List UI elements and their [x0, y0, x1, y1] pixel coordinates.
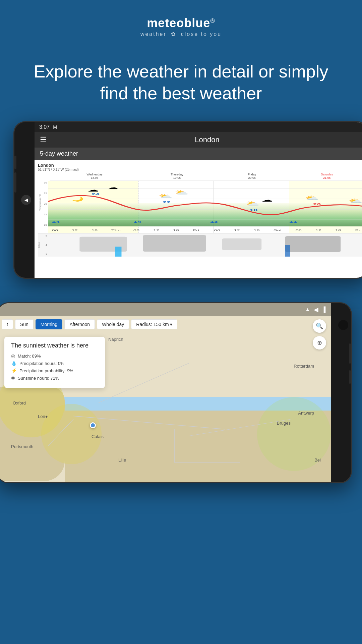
- svg-text:⛅: ⛅: [175, 189, 189, 196]
- phone-1-screen: 3:07 M ☰ London 5-day weather London 51.…: [35, 122, 362, 278]
- radius-button[interactable]: Radius: 150 km ▾: [131, 319, 177, 329]
- info-card: The sunniest weather is here ◎ Match: 89…: [4, 337, 105, 388]
- svg-text:⛅: ⛅: [246, 201, 260, 207]
- tab-t[interactable]: t: [2, 319, 13, 329]
- phone-2: Oxford Lon● Rotterdam Bruges Antwerp Por…: [0, 302, 352, 483]
- status-time: 3:07: [39, 124, 50, 130]
- svg-text:Su: Su: [355, 229, 362, 232]
- status-icon: M: [53, 124, 57, 130]
- svg-text:⛅: ⛅: [349, 198, 362, 204]
- svg-text:18: 18: [173, 229, 179, 232]
- back-button[interactable]: ◀: [21, 195, 31, 205]
- day-thu: Thursday19.05: [139, 173, 215, 179]
- svg-text:☁: ☁: [261, 197, 273, 203]
- app-toolbar: ☰ London: [35, 132, 362, 148]
- svg-line-44: [99, 363, 189, 403]
- precip-chart: 5 4 3: [38, 233, 362, 257]
- svg-line-46: [48, 419, 73, 446]
- bottom-spacer: [0, 487, 362, 507]
- svg-text:14: 14: [52, 220, 60, 223]
- svg-text:20: 20: [313, 202, 321, 206]
- info-card-title: The sunniest weather is here: [11, 342, 98, 349]
- svg-text:12: 12: [315, 229, 321, 232]
- battery-icon: ▐: [322, 307, 325, 313]
- info-row-match: ◎ Match: 89%: [11, 353, 98, 359]
- svg-text:☁: ☁: [107, 185, 118, 191]
- svg-text:Fri: Fri: [193, 229, 199, 232]
- camera: [338, 320, 348, 330]
- signal-icon: ◀: [314, 306, 318, 313]
- tab-wholeday[interactable]: Whole day: [97, 319, 129, 329]
- svg-line-43: [73, 416, 225, 429]
- svg-rect-42: [285, 245, 290, 257]
- tab-morning[interactable]: Morning: [36, 319, 63, 329]
- wifi-icon: ▲: [305, 307, 310, 313]
- tab-sun[interactable]: Sun: [15, 319, 34, 329]
- svg-text:☁: ☁: [87, 187, 99, 193]
- match-icon: ◎: [11, 353, 15, 359]
- precip-bars: [48, 233, 362, 257]
- svg-text:12: 12: [234, 229, 240, 232]
- precip-label: itation: [38, 242, 40, 248]
- lightning-icon: ⚡: [11, 368, 17, 373]
- svg-rect-39: [222, 238, 261, 250]
- svg-text:13: 13: [210, 220, 218, 223]
- menu-icon[interactable]: ☰: [40, 136, 47, 144]
- phone-1-wrapper: ◀ 3:07 M ☰ London 5-day weather London 5…: [0, 121, 362, 282]
- map-action-buttons[interactable]: 🔍 ⊕: [313, 319, 326, 350]
- svg-text:14: 14: [133, 220, 142, 223]
- city-label: London: [52, 136, 362, 144]
- logo-subtitle: weather ✿ close to you: [140, 31, 222, 37]
- svg-text:18: 18: [250, 208, 258, 212]
- svg-text:22: 22: [163, 200, 171, 204]
- header: meteoblue® weather ✿ close to you: [0, 0, 362, 47]
- temp-curve: 06 12 18 Thu 06 12 18 Fri 06 12 18 Sat: [48, 181, 362, 233]
- svg-text:⛅: ⛅: [305, 195, 319, 201]
- drop-icon: 💧: [11, 361, 17, 366]
- volume-up-button: [14, 156, 16, 169]
- logo: meteoblue®: [147, 16, 215, 30]
- svg-rect-38: [143, 235, 206, 252]
- svg-text:12: 12: [153, 229, 159, 232]
- svg-text:🌙: 🌙: [72, 196, 84, 202]
- svg-text:12: 12: [72, 229, 78, 232]
- info-row-precip-prob: ⚡ Precipitation probability: 9%: [11, 368, 98, 373]
- day-wed: Wednesday18.05: [50, 173, 139, 179]
- day-fri: Friday20.05: [215, 173, 290, 179]
- svg-text:06: 06: [214, 229, 220, 232]
- chart-coords: 51.51°N / 0.13°W (25m asl): [38, 168, 362, 171]
- day-sat: Saturday21.05: [289, 173, 362, 179]
- svg-text:06: 06: [52, 229, 58, 232]
- status-bar: 3:07 M: [35, 122, 362, 132]
- svg-text:18: 18: [335, 229, 341, 232]
- svg-rect-40: [285, 236, 341, 252]
- phone-2-wrapper: Oxford Lon● Rotterdam Bruges Antwerp Por…: [0, 292, 362, 487]
- svg-text:11: 11: [289, 220, 297, 223]
- sun-icon: ✱: [11, 375, 15, 381]
- y-axis-label: Temperature °C: [39, 194, 41, 211]
- map-toolbar[interactable]: t Sun Morning Afternoon Whole day Radius…: [0, 317, 331, 332]
- search-button[interactable]: 🔍: [313, 319, 326, 333]
- svg-text:18: 18: [254, 229, 260, 232]
- volume-down-button: [14, 172, 16, 193]
- weather-chart: London 51.51°N / 0.13°W (25m asl) Wednes…: [35, 160, 362, 267]
- svg-text:18: 18: [92, 229, 98, 232]
- svg-text:Thu: Thu: [111, 229, 121, 232]
- phone-1: ◀ 3:07 M ☰ London 5-day weather London 5…: [13, 121, 362, 279]
- tab-afternoon[interactable]: Afternoon: [64, 319, 95, 329]
- chart-location: London: [38, 163, 362, 168]
- svg-text:24: 24: [92, 192, 100, 196]
- section-header: 5-day weather: [35, 148, 362, 160]
- svg-text:⛅: ⛅: [159, 193, 173, 199]
- svg-text:06: 06: [296, 229, 302, 232]
- locate-button[interactable]: ⊕: [313, 336, 326, 350]
- phone-2-screen: Oxford Lon● Rotterdam Bruges Antwerp Por…: [0, 303, 331, 482]
- map-status-bar: ▲ ◀ ▐: [0, 303, 331, 316]
- power-button-2: [349, 343, 351, 364]
- svg-text:Sat: Sat: [274, 229, 282, 232]
- info-row-sunshine: ✱ Sunshine hours: 71%: [11, 375, 98, 381]
- svg-text:06: 06: [133, 229, 139, 232]
- location-dot: [90, 422, 96, 428]
- info-row-precip-hours: 💧 Precipitation hours: 0%: [11, 361, 98, 366]
- svg-rect-41: [115, 247, 122, 257]
